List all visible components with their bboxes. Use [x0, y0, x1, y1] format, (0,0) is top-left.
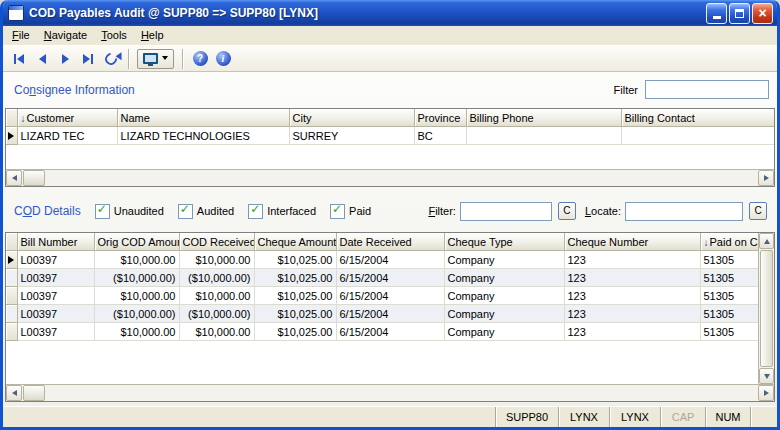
- column-header-paid-on-cheque[interactable]: Paid on Cheq: [700, 233, 758, 251]
- cell[interactable]: $10,025.00: [254, 305, 336, 323]
- cell[interactable]: LIZARD TECHNOLOGIES: [117, 127, 289, 145]
- scrollbar-track[interactable]: [22, 170, 758, 186]
- cell[interactable]: 6/15/2004: [336, 269, 444, 287]
- horizontal-scrollbar[interactable]: [6, 384, 774, 401]
- table-row[interactable]: LIZARD TEC LIZARD TECHNOLOGIES SURREY BC: [6, 127, 774, 145]
- cod-locate-input[interactable]: [625, 202, 743, 221]
- column-header-orig-cod-amount[interactable]: Orig COD Amount: [94, 233, 179, 251]
- cell[interactable]: [466, 127, 621, 145]
- next-record-button[interactable]: [56, 49, 74, 69]
- cell[interactable]: $10,025.00: [254, 323, 336, 341]
- cell[interactable]: 51305: [700, 323, 758, 341]
- cell[interactable]: L00397: [17, 287, 94, 305]
- cell[interactable]: 6/15/2004: [336, 323, 444, 341]
- scroll-up-button[interactable]: [759, 233, 774, 249]
- checkbox-audited[interactable]: Audited: [178, 204, 234, 219]
- cell[interactable]: ($10,000.00): [179, 305, 254, 323]
- column-header-cheque-number[interactable]: Cheque Number: [564, 233, 700, 251]
- cell[interactable]: $10,000.00: [179, 251, 254, 269]
- cell[interactable]: 123: [564, 269, 700, 287]
- cell[interactable]: L00397: [17, 269, 94, 287]
- menu-file[interactable]: File: [5, 27, 37, 44]
- table-row[interactable]: L00397 $10,000.00 $10,000.00 $10,025.00 …: [6, 323, 758, 341]
- scroll-left-button[interactable]: [6, 385, 22, 401]
- cell[interactable]: LIZARD TEC: [17, 127, 117, 145]
- minimize-button[interactable]: [706, 3, 727, 24]
- column-header-city[interactable]: City: [289, 109, 414, 127]
- cell[interactable]: $10,025.00: [254, 287, 336, 305]
- scroll-right-button[interactable]: [758, 385, 774, 401]
- cell[interactable]: [621, 127, 774, 145]
- row-selector[interactable]: [6, 323, 17, 341]
- checkbox-paid[interactable]: Paid: [330, 204, 371, 219]
- row-selector[interactable]: [6, 251, 17, 269]
- cell[interactable]: 123: [564, 323, 700, 341]
- checkbox-unaudited[interactable]: Unaudited: [95, 204, 164, 219]
- table-row[interactable]: L00397 ($10,000.00) ($10,000.00) $10,025…: [6, 305, 758, 323]
- column-header-name[interactable]: Name: [117, 109, 289, 127]
- cell[interactable]: $10,000.00: [179, 287, 254, 305]
- cell[interactable]: $10,000.00: [94, 287, 179, 305]
- cell[interactable]: 123: [564, 287, 700, 305]
- cod-filter-clear-button[interactable]: C: [558, 202, 576, 220]
- scrollbar-track[interactable]: [759, 249, 774, 368]
- cod-filter-input[interactable]: [460, 202, 552, 221]
- cell[interactable]: Company: [444, 251, 564, 269]
- column-header-billing-contact[interactable]: Billing Contact: [621, 109, 774, 127]
- vertical-scrollbar[interactable]: [758, 233, 774, 384]
- cell[interactable]: Company: [444, 269, 564, 287]
- cell[interactable]: $10,000.00: [94, 323, 179, 341]
- column-header-cheque-type[interactable]: Cheque Type: [444, 233, 564, 251]
- row-selector[interactable]: [6, 269, 17, 287]
- scrollbar-thumb[interactable]: [23, 385, 45, 401]
- cell[interactable]: Company: [444, 323, 564, 341]
- column-header-billing-phone[interactable]: Billing Phone: [466, 109, 621, 127]
- cell[interactable]: ($10,000.00): [94, 269, 179, 287]
- cell[interactable]: L00397: [17, 251, 94, 269]
- about-button[interactable]: [214, 49, 232, 69]
- scroll-right-button[interactable]: [758, 170, 774, 186]
- table-row[interactable]: L00397 ($10,000.00) ($10,000.00) $10,025…: [6, 269, 758, 287]
- checkbox-interfaced[interactable]: Interfaced: [248, 204, 316, 219]
- maximize-button[interactable]: [729, 3, 750, 24]
- cod-locate-clear-button[interactable]: C: [749, 202, 767, 220]
- column-header-date-received[interactable]: Date Received: [336, 233, 444, 251]
- cell[interactable]: $10,000.00: [94, 251, 179, 269]
- table-row[interactable]: L00397 $10,000.00 $10,000.00 $10,025.00 …: [6, 251, 758, 269]
- menu-help[interactable]: Help: [134, 27, 171, 44]
- cell[interactable]: SURREY: [289, 127, 414, 145]
- cell[interactable]: 51305: [700, 269, 758, 287]
- cell[interactable]: $10,025.00: [254, 269, 336, 287]
- column-header-cheque-amount[interactable]: Cheque Amount: [254, 233, 336, 251]
- scrollbar-track[interactable]: [22, 385, 758, 401]
- cell[interactable]: L00397: [17, 305, 94, 323]
- cell[interactable]: $10,025.00: [254, 251, 336, 269]
- menu-tools[interactable]: Tools: [94, 27, 134, 44]
- cell[interactable]: $10,000.00: [179, 323, 254, 341]
- horizontal-scrollbar[interactable]: [6, 169, 774, 186]
- close-button[interactable]: [752, 3, 773, 24]
- scroll-left-button[interactable]: [6, 170, 22, 186]
- cell[interactable]: 6/15/2004: [336, 251, 444, 269]
- cell[interactable]: ($10,000.00): [94, 305, 179, 323]
- screens-menu-button[interactable]: [137, 49, 174, 69]
- row-selector[interactable]: [6, 287, 17, 305]
- cell[interactable]: 51305: [700, 287, 758, 305]
- cell[interactable]: ($10,000.00): [179, 269, 254, 287]
- row-selector[interactable]: [6, 127, 17, 145]
- refresh-button[interactable]: [102, 49, 120, 69]
- cell[interactable]: L00397: [17, 323, 94, 341]
- first-record-button[interactable]: [10, 49, 28, 69]
- column-header-cod-received[interactable]: COD Received: [179, 233, 254, 251]
- cell[interactable]: 51305: [700, 305, 758, 323]
- table-row[interactable]: L00397 $10,000.00 $10,000.00 $10,025.00 …: [6, 287, 758, 305]
- row-selector[interactable]: [6, 305, 17, 323]
- help-button[interactable]: [191, 49, 209, 69]
- cell[interactable]: 6/15/2004: [336, 287, 444, 305]
- cell[interactable]: 51305: [700, 251, 758, 269]
- cell[interactable]: 123: [564, 251, 700, 269]
- scroll-down-button[interactable]: [759, 368, 774, 384]
- menu-navigate[interactable]: Navigate: [37, 27, 94, 44]
- column-header-customer[interactable]: Customer: [17, 109, 117, 127]
- cell[interactable]: Company: [444, 287, 564, 305]
